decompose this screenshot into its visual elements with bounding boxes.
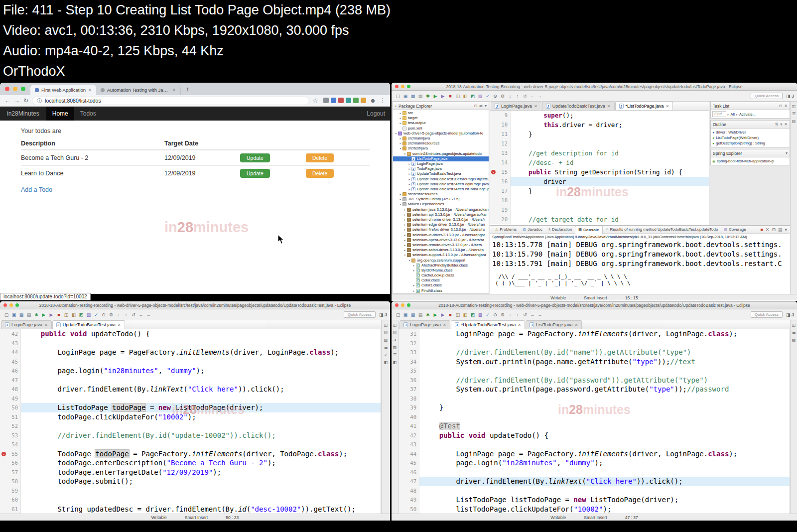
tree-caret-icon[interactable]: ▸	[403, 227, 407, 232]
new-wizard-icon[interactable]: ▢	[395, 311, 401, 318]
profile-icon[interactable]: ☻	[370, 97, 376, 104]
save-all-icon[interactable]: ▦	[18, 311, 25, 318]
junit-icon[interactable]: ▨	[85, 311, 92, 318]
close-tab-icon[interactable]: ✕	[44, 323, 48, 327]
coverage-icon[interactable]: ▶	[48, 311, 55, 318]
forward-icon[interactable]: →	[14, 97, 20, 104]
console-tab[interactable]: ▥Coverage	[721, 226, 749, 234]
tree-item[interactable]: ▾src/test/java	[393, 146, 489, 151]
junit-icon[interactable]: ▨	[477, 93, 484, 100]
code-line[interactable]: 48	[398, 486, 790, 496]
run-icon[interactable]: ▶	[432, 311, 439, 318]
forward-icon[interactable]: →	[536, 93, 543, 100]
code-line[interactable]: 53 //driver.findElement(By.id("update-10…	[0, 431, 381, 440]
junit-icon[interactable]: ▨	[477, 311, 484, 318]
new-project-icon[interactable]: ◫	[63, 311, 70, 318]
code-line[interactable]: 46 page.login("in28minutes", "dummy");	[0, 366, 381, 376]
tree-item[interactable]: ▸selenium-ie-driver-3.13.0.jar - /Users/…	[393, 233, 489, 238]
new-wizard-icon[interactable]: ▢	[395, 93, 401, 100]
console-tab[interactable]: §Declaration	[545, 226, 575, 234]
code-line[interactable]: 52	[0, 421, 381, 431]
new-project-icon[interactable]: ◫	[454, 311, 461, 318]
tree-caret-icon[interactable]: ▸	[403, 207, 407, 212]
tree-item[interactable]: ▸selenium-api-3.13.0.jar - /Users/rangar…	[393, 212, 489, 217]
external-tools-icon[interactable]: ⚙	[499, 311, 506, 318]
code-line[interactable]: 32	[398, 339, 790, 348]
code-line[interactable]: ✕55 TodoPage todoPage = PageFactory.init…	[0, 449, 381, 459]
code-line[interactable]: 11 }	[490, 130, 709, 139]
package-explorer-view-icon[interactable]: ▤	[384, 330, 388, 335]
tree-item[interactable]: pom.xml	[393, 126, 489, 131]
outline-view-icon[interactable]: ☰	[393, 353, 397, 357]
code-line[interactable]: 49	[0, 394, 381, 403]
tree-item[interactable]: ▸selenium-firefox-driver-3.13.0.jar - /U…	[393, 227, 489, 232]
debug-icon[interactable]: ✱	[33, 311, 40, 318]
brand-link[interactable]: in28Minutes	[0, 107, 46, 121]
minimize-window-button[interactable]	[13, 87, 17, 91]
task-icon[interactable]: ✓	[484, 93, 491, 100]
window-titlebar[interactable]: 2018-18-Automation-Testing-Recording - w…	[392, 83, 797, 91]
update-button[interactable]: Update	[240, 153, 270, 162]
run-icon[interactable]: ▶	[432, 93, 439, 100]
debug-icon[interactable]: ✱	[424, 93, 431, 100]
code-line[interactable]: 43	[398, 440, 790, 449]
view-menu-icon[interactable]: ▾	[785, 227, 787, 232]
editor-tab[interactable]: JUpdateTodoBasicTest.java✕	[52, 320, 125, 329]
console-tab[interactable]: ✓Results of running method UpdateTodoBas…	[603, 226, 721, 234]
tree-item[interactable]: ▸selenium-java-3.13.0.jar - /Users/ranga…	[393, 207, 489, 212]
outline-item[interactable]: ●getDescription(String) : String	[712, 140, 788, 146]
forward-icon[interactable]: →	[145, 311, 152, 318]
tree-caret-icon[interactable]: ▸	[403, 243, 407, 248]
tree-caret-icon[interactable]: ▾	[398, 202, 402, 207]
tree-caret-icon[interactable]: ▸	[398, 116, 402, 121]
minimize-window-button[interactable]	[9, 303, 13, 307]
tree-item[interactable]: ▸src/test/resources	[393, 192, 489, 197]
code-line[interactable]: 9 super();	[490, 111, 709, 120]
tree-item[interactable]: ▸src/main/java	[393, 136, 489, 141]
code-line[interactable]: 19	[490, 205, 709, 215]
stop-icon[interactable]: ■	[447, 311, 454, 318]
console-tab[interactable]: ⚠Problems	[492, 226, 520, 234]
save-all-icon[interactable]: ▦	[409, 93, 416, 100]
code-line[interactable]: 16 driver	[490, 177, 709, 186]
menu-dots-icon[interactable]: ⋮	[380, 97, 386, 104]
code-line[interactable]: 20 //get target date for id	[490, 215, 709, 224]
junit-view-icon[interactable]: ▨	[384, 338, 388, 342]
close-tab-icon[interactable]: ✕	[172, 88, 176, 92]
tree-item[interactable]: CColor.class	[393, 278, 489, 283]
code-line[interactable]: 13 //get description for id	[490, 148, 709, 158]
coverage-icon[interactable]: ▶	[439, 311, 446, 318]
tree-item[interactable]: ▸JUpdateTodoBasicTest1BeforePageObjects.…	[393, 176, 489, 181]
tree-item[interactable]: ▸test-output	[393, 121, 489, 126]
tree-caret-icon[interactable]: ▸	[398, 111, 402, 116]
code-line[interactable]: 59	[0, 486, 381, 496]
code-editor[interactable]: 42 public void updateTodo() {4344 LoginP…	[0, 329, 381, 514]
view-menu-icon[interactable]: ▾	[485, 104, 487, 108]
tree-item[interactable]: ▾selenium-support-3.13.0.jar - /Users/ra…	[393, 253, 489, 258]
tree-caret-icon[interactable]: ▸	[407, 177, 411, 182]
close-window-button[interactable]	[395, 85, 398, 88]
extension-icon[interactable]	[361, 98, 366, 103]
annotation-next-icon[interactable]: ↓	[507, 93, 514, 100]
perspective-switcher[interactable]: ◨ J	[379, 312, 387, 317]
editor-tab[interactable]: JUpdateTodoBasicTest.java✕	[542, 102, 615, 110]
tree-caret-icon[interactable]: ▸	[403, 217, 407, 222]
tree-caret-icon[interactable]: ▸	[403, 233, 407, 238]
nav-item-home[interactable]: Home	[46, 107, 74, 121]
zoom-window-button[interactable]	[407, 85, 410, 88]
stop-icon[interactable]: ■	[55, 311, 62, 318]
code-line[interactable]: 49 ListTodoPage listTodoPage = new ListT…	[398, 495, 790, 505]
code-line[interactable]: 47	[0, 376, 381, 385]
nav-item-logout[interactable]: Logout	[361, 107, 390, 121]
tree-caret-icon[interactable]: ▸	[403, 248, 407, 253]
code-line[interactable]: 54	[0, 440, 381, 449]
console-tab[interactable]: ▤Console	[575, 226, 602, 234]
perspective-switcher[interactable]: ◨ J	[786, 94, 794, 99]
tree-item[interactable]: ▸JUpdateTodoBasicTest3AfterListTodoPage.…	[393, 187, 489, 192]
new-wizard-icon[interactable]: ▢	[3, 311, 10, 318]
search-icon[interactable]: ⊙	[492, 311, 499, 318]
code-line[interactable]: 48 driver.findElement(By.linkText("Click…	[0, 385, 381, 394]
tree-item[interactable]: ▸CColors.class	[393, 283, 489, 288]
tree-item[interactable]: ▾org.openqa.selenium.support	[393, 258, 489, 263]
tree-item[interactable]: ▸CFindAll.class	[393, 288, 489, 293]
